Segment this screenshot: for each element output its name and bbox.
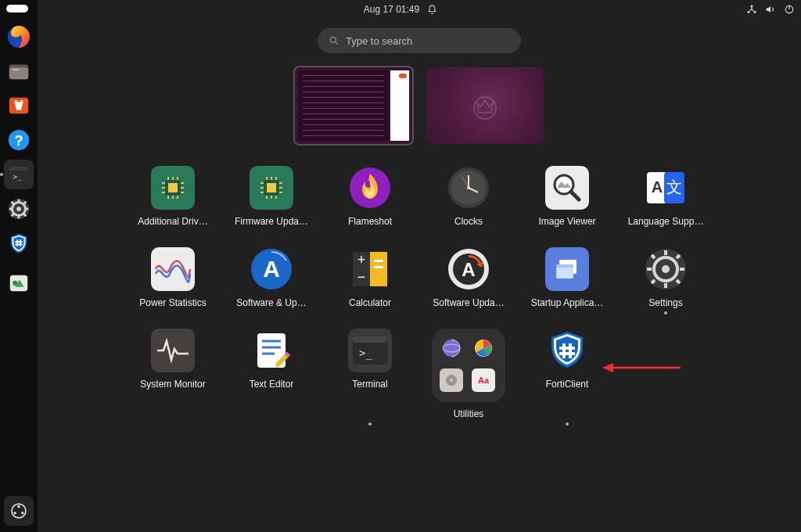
search-placeholder: Type to search bbox=[346, 35, 412, 47]
show-applications-button[interactable] bbox=[4, 496, 34, 526]
svg-text:>_: >_ bbox=[13, 172, 23, 181]
app-calculator[interactable]: +− Calculator bbox=[321, 247, 419, 308]
notifications-icon[interactable] bbox=[427, 5, 437, 15]
dock-item-firefox[interactable] bbox=[4, 22, 34, 52]
software-updater-icon: A bbox=[447, 247, 490, 291]
power-icon bbox=[784, 4, 795, 15]
svg-rect-34 bbox=[267, 183, 276, 192]
dock-item-help[interactable]: ? bbox=[4, 125, 34, 155]
svg-point-41 bbox=[467, 186, 470, 189]
activities-pill[interactable] bbox=[6, 5, 28, 13]
svg-text:文: 文 bbox=[666, 178, 682, 196]
calculator-icon: +− bbox=[348, 247, 392, 291]
svg-point-28 bbox=[21, 512, 23, 514]
svg-rect-61 bbox=[556, 264, 573, 268]
startup-apps-icon bbox=[545, 247, 589, 291]
app-settings[interactable]: Settings bbox=[616, 247, 715, 308]
app-startup-applications[interactable]: Startup Applica… bbox=[518, 247, 616, 308]
app-software-updater[interactable]: A Software Upda… bbox=[419, 247, 518, 308]
svg-point-64 bbox=[662, 265, 670, 273]
svg-point-9 bbox=[15, 100, 17, 102]
power-stats-icon bbox=[151, 247, 195, 291]
dock-item-ubuntu-software[interactable] bbox=[4, 91, 34, 120]
svg-point-0 bbox=[751, 5, 753, 7]
software-updates-icon: A bbox=[250, 247, 293, 291]
app-power-statistics[interactable]: Power Statistics bbox=[124, 247, 222, 308]
volume-icon bbox=[765, 4, 776, 15]
svg-point-10 bbox=[20, 100, 23, 102]
svg-rect-76 bbox=[559, 352, 575, 355]
svg-text:A: A bbox=[652, 178, 663, 196]
svg-rect-32 bbox=[168, 183, 178, 192]
svg-point-27 bbox=[13, 512, 16, 514]
svg-rect-78 bbox=[569, 343, 572, 358]
app-software-and-updates[interactable]: A Software & Up… bbox=[222, 247, 321, 308]
svg-rect-14 bbox=[9, 167, 28, 171]
svg-rect-75 bbox=[559, 347, 575, 350]
chip-icon bbox=[151, 166, 195, 210]
dock-item-forticlient[interactable] bbox=[4, 228, 34, 258]
svg-rect-54 bbox=[374, 260, 383, 262]
dock-item-terminal[interactable]: >_ bbox=[4, 160, 34, 189]
app-text-editor[interactable]: Text Editor bbox=[222, 329, 321, 419]
svg-rect-7 bbox=[13, 69, 20, 70]
search-input[interactable]: Type to search bbox=[318, 28, 521, 53]
svg-text:A: A bbox=[263, 256, 280, 282]
network-icon bbox=[746, 4, 757, 15]
application-grid: Additional Driv… Firmware Upda… Flamesho… bbox=[124, 166, 715, 419]
app-system-monitor[interactable]: System Monitor bbox=[124, 329, 222, 419]
svg-rect-55 bbox=[374, 266, 383, 268]
system-status-area[interactable] bbox=[746, 0, 795, 19]
svg-point-1 bbox=[747, 11, 749, 13]
svg-text:?: ? bbox=[14, 132, 23, 149]
workspace-2[interactable] bbox=[426, 67, 544, 144]
activities-overview: Type to search Additional Driv… Firmware… bbox=[38, 19, 801, 532]
app-additional-drivers[interactable]: Additional Driv… bbox=[124, 166, 222, 227]
terminal-icon: >_ bbox=[348, 329, 392, 372]
svg-rect-67 bbox=[353, 336, 387, 343]
svg-rect-50 bbox=[370, 252, 387, 286]
dock-item-trash[interactable] bbox=[4, 268, 34, 297]
svg-rect-21 bbox=[16, 239, 18, 246]
loupe-icon bbox=[545, 166, 589, 210]
clock-label[interactable]: Aug 17 01:49 bbox=[364, 4, 419, 15]
system-monitor-icon bbox=[151, 329, 195, 372]
clock-icon bbox=[447, 166, 490, 210]
svg-point-2 bbox=[754, 11, 756, 13]
app-image-viewer[interactable]: Image Viewer bbox=[518, 166, 616, 227]
app-terminal[interactable]: >_ Terminal bbox=[321, 329, 419, 419]
svg-rect-77 bbox=[562, 343, 566, 358]
text-editor-icon bbox=[250, 329, 293, 372]
svg-text:−: − bbox=[357, 269, 366, 285]
svg-point-18 bbox=[16, 207, 21, 211]
svg-text:+: + bbox=[357, 252, 366, 268]
settings-icon bbox=[644, 247, 688, 291]
app-folder-utilities[interactable]: Aa Utilities bbox=[419, 329, 518, 419]
chip-icon bbox=[250, 166, 293, 210]
search-icon bbox=[329, 35, 339, 46]
dock-item-settings[interactable] bbox=[4, 194, 34, 224]
svg-rect-19 bbox=[15, 241, 22, 243]
workspace-switcher bbox=[38, 67, 801, 144]
flameshot-icon bbox=[348, 166, 392, 210]
annotation-arrow bbox=[602, 360, 681, 379]
app-clocks[interactable]: Clocks bbox=[419, 166, 518, 227]
svg-rect-20 bbox=[15, 243, 22, 245]
svg-text:A: A bbox=[462, 259, 475, 280]
svg-point-73 bbox=[450, 379, 453, 382]
dock-item-files[interactable] bbox=[4, 56, 34, 86]
forticlient-icon bbox=[545, 329, 589, 372]
svg-marker-80 bbox=[602, 363, 613, 372]
app-flameshot[interactable]: Flameshot bbox=[321, 166, 419, 227]
top-bar: Aug 17 01:49 bbox=[0, 0, 801, 19]
language-icon: A文 bbox=[644, 166, 688, 210]
workspace-1[interactable] bbox=[295, 67, 412, 144]
dock: ? >_ bbox=[0, 0, 38, 532]
app-firmware-updater[interactable]: Firmware Upda… bbox=[222, 166, 321, 227]
folder-icon: Aa bbox=[432, 329, 505, 402]
svg-text:Aa: Aa bbox=[478, 376, 490, 385]
app-language-support[interactable]: A文 Language Supp… bbox=[616, 166, 715, 227]
svg-point-29 bbox=[330, 37, 336, 42]
svg-point-26 bbox=[17, 505, 20, 508]
svg-text:>_: >_ bbox=[359, 347, 372, 360]
